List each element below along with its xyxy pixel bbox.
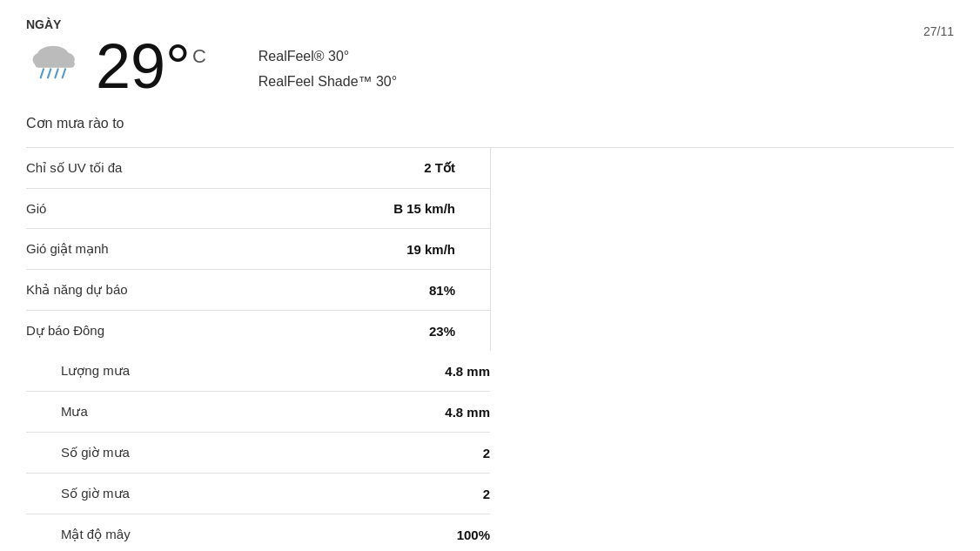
day-label: NGÀY <box>26 17 397 31</box>
row-value: 2 <box>483 487 490 501</box>
left-data-column: Chỉ số UV tối đa 2 Tốt Gió B 15 km/h Gió… <box>26 148 490 351</box>
realfeel-1: RealFeel® 30° <box>258 44 397 70</box>
row-value: 2 <box>483 446 490 460</box>
realfeel-2: RealFeel Shade™ 30° <box>258 70 397 95</box>
table-row: Số giờ mưa 2 <box>26 474 490 514</box>
column-divider <box>490 148 491 351</box>
row-value: 100% <box>457 527 490 542</box>
table-row: Lượng mưa 4.8 mm <box>26 351 490 392</box>
temperature: 29° <box>96 35 191 97</box>
row-label: Chỉ số UV tối đa <box>26 160 122 176</box>
table-row: Số giờ mưa 2 <box>26 433 490 474</box>
row-label: Số giờ mưa <box>61 486 130 501</box>
row-label: Số giờ mưa <box>61 445 130 460</box>
svg-line-7 <box>63 69 65 77</box>
row-value: 81% <box>429 283 455 298</box>
row-value: 19 km/h <box>406 242 455 257</box>
svg-rect-3 <box>35 60 75 67</box>
weather-description: Cơn mưa rào to <box>26 115 954 131</box>
table-row: Chỉ số UV tối đa 2 Tốt <box>26 148 490 189</box>
row-label: Mật độ mây <box>61 527 131 542</box>
right-data-column: Lượng mưa 4.8 mm Mưa 4.8 mm Số giờ mưa 2… <box>26 351 490 551</box>
row-value: 4.8 mm <box>445 405 490 420</box>
date-label: 27/11 <box>923 17 954 38</box>
row-label: Gió giật mạnh <box>26 241 109 257</box>
temp-unit: C <box>192 45 206 68</box>
svg-line-4 <box>41 69 44 77</box>
row-value: B 15 km/h <box>393 201 455 216</box>
row-label: Dự báo Đông <box>26 323 104 339</box>
table-row: Khả năng dự báo 81% <box>26 270 490 311</box>
row-value: 23% <box>429 324 455 339</box>
svg-line-6 <box>55 69 57 77</box>
weather-icon <box>26 40 96 92</box>
row-label: Lượng mưa <box>61 363 130 379</box>
row-value: 4.8 mm <box>445 364 490 379</box>
table-row: Dự báo Đông 23% <box>26 311 490 351</box>
table-row: Mật độ mây 100% <box>26 514 490 551</box>
svg-line-5 <box>48 69 50 77</box>
row-label: Khả năng dự báo <box>26 282 128 298</box>
row-label: Gió <box>26 201 46 216</box>
table-row: Gió B 15 km/h <box>26 189 490 229</box>
table-row: Gió giật mạnh 19 km/h <box>26 229 490 270</box>
row-value: 2 Tốt <box>424 160 455 176</box>
table-row: Mưa 4.8 mm <box>26 392 490 433</box>
row-label: Mưa <box>61 404 88 420</box>
